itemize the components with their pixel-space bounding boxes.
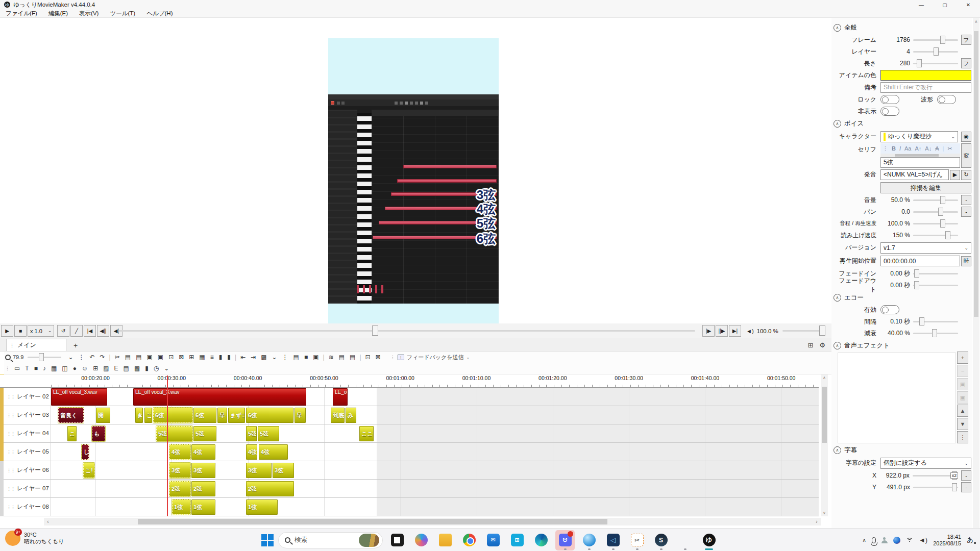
layer-header-8[interactable]: ⋮⋮レイヤー 08	[0, 498, 51, 516]
taskbar-app-edge[interactable]	[531, 530, 551, 550]
echo-interval-handle[interactable]	[919, 317, 924, 325]
undo-icon[interactable]: ↶	[89, 354, 94, 361]
timeline-clip[interactable]: 1弦	[172, 499, 190, 515]
timeline-clip[interactable]: 2弦	[246, 481, 294, 496]
lock-toggle[interactable]	[880, 95, 899, 104]
layer-slider[interactable]	[913, 51, 958, 53]
shape-item-icon[interactable]: ◫	[62, 365, 67, 372]
person-icon[interactable]	[881, 537, 888, 543]
timeline-vscrollbar[interactable]: ∧ ∨	[821, 374, 828, 516]
timer-item-icon[interactable]: ◷	[154, 365, 159, 372]
volume-minus-button[interactable]: -	[961, 195, 971, 205]
pronunciation-refresh-button[interactable]: ↻	[961, 170, 971, 180]
group-handle-icon[interactable]: ⋮	[78, 354, 84, 361]
menu-item-2[interactable]: 表示(V)	[74, 10, 104, 17]
character-edit-button[interactable]: ◉	[961, 132, 971, 142]
grid-icon[interactable]: ▦	[199, 354, 205, 361]
playback-speed-select[interactable]: x 1.0 ⌄	[28, 325, 54, 337]
layer-header-6[interactable]: ⋮⋮レイヤー 06	[0, 461, 51, 480]
subtitle-x-value[interactable]: 922.0 px	[880, 472, 913, 479]
fadein-value[interactable]: 0.00 秒	[880, 269, 913, 278]
drag-handle-icon[interactable]: ⋮⋮	[7, 449, 15, 455]
pitch-value[interactable]: 100.0 %	[880, 220, 913, 227]
length-value[interactable]: 280	[880, 60, 913, 67]
master-volume-handle[interactable]	[819, 325, 825, 336]
seek-slider-handle[interactable]	[372, 325, 378, 336]
fx-move-up-button[interactable]: ▲	[957, 405, 968, 417]
image2-item-icon[interactable]: ▤	[124, 365, 129, 372]
volume-slider[interactable]	[913, 199, 958, 201]
maximize-button[interactable]: ▢	[933, 0, 957, 9]
taskbar-app-discord[interactable]: ᗢ	[555, 530, 575, 550]
layer-header-4[interactable]: ⋮⋮レイヤー 04	[0, 424, 51, 443]
time-button[interactable]: 時	[961, 256, 971, 266]
note-input[interactable]: Shift+Enterで改行	[880, 82, 971, 93]
taskbar-app-mail[interactable]: ✉	[483, 530, 503, 550]
pan-value[interactable]: 0.0	[880, 208, 913, 215]
drag-handle-icon[interactable]: ⋮⋮	[7, 468, 15, 473]
camera-icon[interactable]: ⊡	[365, 354, 371, 361]
save-icon[interactable]: ▣	[313, 354, 318, 361]
bold-icon[interactable]: B	[892, 145, 896, 152]
wifi-icon[interactable]	[906, 538, 913, 543]
image-item-icon[interactable]: ▦	[51, 365, 57, 372]
timeline-clip[interactable]: 1弦	[191, 499, 215, 515]
menu-item-4[interactable]: ヘルプ(H)	[141, 10, 178, 17]
more-icon[interactable]: ⌄	[272, 354, 277, 361]
fadeout-value[interactable]: 0.00 秒	[880, 281, 913, 290]
bar-item-icon[interactable]: ▮	[145, 365, 149, 372]
convert-button[interactable]: 変	[961, 143, 971, 168]
taskbar-app-player[interactable]: ◁	[603, 530, 623, 550]
frame-value[interactable]: 1786	[880, 36, 913, 43]
timeline-clip[interactable]: 6弦	[193, 408, 216, 423]
drag-handle-icon[interactable]: ⋮⋮	[7, 413, 15, 418]
timeline-zoom-slider[interactable]	[28, 357, 61, 358]
audio-item-icon[interactable]: ♪	[43, 365, 46, 372]
feedback-button[interactable]: ⋮ ! フィードバックを送信 ⌄	[390, 354, 470, 361]
echo-interval-value[interactable]: 0.10 秒	[880, 317, 913, 326]
more-items-icon[interactable]: ⌄	[164, 365, 169, 372]
drag-handle-icon[interactable]: ⋮⋮	[7, 505, 15, 510]
lock-icon[interactable]: ⊠	[179, 354, 184, 361]
taskbar-app-chrome2[interactable]	[675, 530, 695, 550]
taskbar-weather-widget[interactable]: 9+ 30°C 晴れのちくもり	[5, 531, 64, 546]
subtitle-y-minus-button[interactable]: -	[961, 482, 971, 492]
volume-slider-handle[interactable]	[940, 196, 945, 204]
scroll-right-icon[interactable]: ›	[813, 519, 821, 524]
stop-button[interactable]: ■	[14, 325, 27, 337]
scroll-up-icon[interactable]: ∧	[821, 375, 828, 380]
pan-slider-handle[interactable]	[938, 208, 943, 216]
menu-item-3[interactable]: ツール(T)	[104, 10, 141, 17]
section-subtitle[interactable]: ∧ 字幕	[834, 444, 971, 456]
pronunciation-play-button[interactable]: ▶	[950, 170, 960, 180]
timeline-clip[interactable]: 4弦	[259, 444, 288, 460]
export-file-icon[interactable]: ▤	[339, 354, 345, 361]
scroll-left-icon[interactable]: ‹	[44, 519, 52, 524]
timeline-clip[interactable]: 3弦	[273, 463, 294, 478]
video-preview[interactable]: 3弦4弦5弦6弦	[328, 38, 499, 341]
search-input[interactable]: 検索	[278, 532, 383, 548]
start-position-input[interactable]: 00:00:00.00	[880, 256, 960, 266]
layer-header-2[interactable]: ⋮⋮レイヤー 02	[0, 388, 51, 406]
timeline-ruler[interactable]: 00:00:20.0000:00:30.0000:00:40.0000:00:5…	[0, 374, 819, 388]
folder-icon[interactable]: ■	[304, 354, 308, 361]
scroll-down-icon[interactable]: ∨	[821, 511, 828, 515]
timeline-clip[interactable]: 6弦	[246, 408, 293, 423]
fx-more-button[interactable]: ⋮	[957, 431, 968, 443]
duplicate-icon[interactable]: ▣	[158, 354, 163, 361]
taskbar-app-explorer[interactable]	[435, 530, 455, 550]
length-slider-handle[interactable]	[917, 59, 922, 67]
text-item-icon[interactable]: T	[25, 365, 29, 372]
tray-chevron-up-icon[interactable]: ∧	[863, 537, 866, 543]
record-icon[interactable]: ⊠	[376, 354, 381, 361]
timeline-clip[interactable]: LE_off vocal_3.wav	[51, 388, 107, 406]
layer-value[interactable]: 4	[880, 48, 913, 55]
subtitle-setting-select[interactable]: 個別に設定する ⌄	[880, 458, 971, 469]
section-voice[interactable]: ∧ ボイス	[834, 118, 971, 130]
serif-toolbar-scrollbar[interactable]	[880, 154, 960, 157]
timeline-clip[interactable]: き	[135, 408, 143, 423]
intonation-edit-button[interactable]: 抑揚を編集	[880, 182, 971, 193]
face-item-icon[interactable]: ☺	[82, 365, 88, 372]
master-volume-slider[interactable]	[782, 330, 822, 332]
serif-textbox[interactable]: 5弦	[880, 157, 960, 168]
